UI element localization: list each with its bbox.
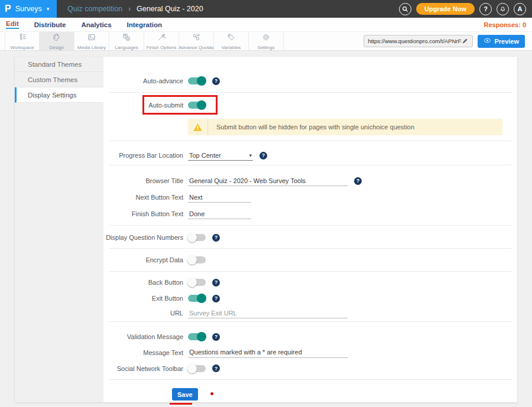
back-button-help-icon[interactable]: ? — [212, 279, 220, 286]
toolbar-item-label: Advance Quotas — [179, 45, 213, 50]
progress-bar-location-select[interactable]: Top Center ▾ — [188, 150, 253, 161]
breadcrumb-survey-name: General Quiz - 2020 — [137, 5, 203, 13]
browser-title-row: Browser Title ? — [103, 172, 517, 189]
surveys-menu[interactable]: P Surveys ▾ — [0, 0, 57, 18]
auto-submit-toggle[interactable] — [188, 102, 206, 109]
preview-button[interactable]: Preview — [478, 35, 525, 48]
toolbar-item-languages[interactable]: A Languages — [109, 32, 144, 50]
validation-message-toggle[interactable] — [188, 333, 206, 340]
annotation-underline — [170, 403, 192, 405]
auto-advance-help-icon[interactable]: ? — [212, 77, 220, 85]
design-icon — [51, 32, 62, 44]
divider — [109, 92, 511, 93]
survey-nav: Edit Distribute Analytics Integration Re… — [0, 18, 532, 31]
breadcrumb-separator: › — [128, 5, 131, 13]
toolbar-item-workspace[interactable]: Workspace — [5, 32, 40, 50]
toolbar-item-variables[interactable]: Variables — [214, 32, 249, 50]
divider — [109, 165, 511, 165]
sidebar-item-standard-themes[interactable]: Standard Themes — [15, 57, 103, 72]
workspace-icon — [17, 32, 28, 44]
upgrade-now-button[interactable]: Upgrade Now — [416, 3, 475, 15]
auto-submit-label: Auto-submit — [103, 102, 183, 109]
sidebar-item-display-settings[interactable]: Display Settings — [15, 87, 103, 103]
divider — [109, 248, 511, 249]
help-menu-icon[interactable]: ? — [479, 3, 492, 15]
toolbar-item-media-library[interactable]: Media Library — [74, 32, 109, 50]
social-network-toolbar-row: Social Network Toolbar ? — [103, 360, 517, 376]
design-panel: Standard Themes Custom Themes Display Se… — [15, 57, 517, 402]
finish-button-text-input[interactable] — [188, 209, 251, 219]
validation-message-label: Validation Message — [103, 333, 183, 340]
auto-advance-toggle[interactable] — [188, 77, 206, 84]
sidebar-item-custom-themes[interactable]: Custom Themes — [15, 72, 103, 87]
tab-distribute[interactable]: Distribute — [34, 21, 66, 28]
auto-advance-row: Auto-advance ? — [103, 73, 517, 89]
progress-bar-help-icon[interactable]: ? — [259, 152, 267, 159]
avatar[interactable]: A — [514, 3, 526, 15]
browser-title-label: Browser Title — [103, 177, 183, 184]
search-icon[interactable] — [399, 3, 411, 15]
tab-edit[interactable]: Edit — [6, 20, 19, 29]
warning-triangle-icon — [188, 119, 208, 135]
exit-url-input[interactable] — [188, 308, 348, 318]
browser-title-help-icon[interactable]: ? — [354, 177, 362, 185]
content-area: Standard Themes Custom Themes Display Se… — [0, 51, 532, 402]
social-network-toolbar-label: Social Network Toolbar — [103, 365, 183, 372]
responses-count[interactable]: Responses: 0 — [484, 21, 526, 28]
media-library-icon — [86, 32, 97, 44]
progress-bar-location-value: Top Center — [189, 152, 221, 159]
toolbar-item-finish-options[interactable]: Finish Options — [144, 32, 179, 50]
tab-integration[interactable]: Integration — [127, 21, 162, 28]
back-button-row: Back Button ? — [103, 274, 517, 291]
divider — [109, 225, 511, 226]
finish-options-icon — [156, 32, 167, 44]
top-bar: P Surveys ▾ Quiz competition › General Q… — [0, 0, 532, 18]
message-text-input[interactable] — [188, 347, 348, 358]
preview-label: Preview — [494, 38, 519, 45]
breadcrumb-folder[interactable]: Quiz competition — [67, 5, 122, 13]
toolbar-item-label: Languages — [115, 45, 138, 50]
save-button[interactable]: Save — [172, 388, 198, 401]
social-network-toolbar-toggle[interactable] — [188, 365, 206, 372]
auto-submit-row: Auto-submit — [103, 96, 517, 114]
survey-url-input[interactable] — [368, 38, 462, 44]
auto-advance-label: Auto-advance — [103, 77, 183, 84]
notifications-bell-icon[interactable] — [497, 3, 509, 15]
encrypt-data-row: Encrypt Data — [103, 252, 517, 268]
toolbar-item-label: Workspace — [11, 45, 34, 50]
toolbar-item-settings[interactable]: Settings — [249, 32, 284, 50]
display-question-numbers-help-icon[interactable]: ? — [212, 234, 220, 242]
display-question-numbers-label: Display Question Numbers — [103, 234, 183, 241]
toolbar-item-advance-quotas[interactable]: Advance Quotas — [179, 32, 214, 50]
back-button-label: Back Button — [103, 279, 183, 286]
display-question-numbers-toggle[interactable] — [188, 234, 206, 241]
validation-message-help-icon[interactable]: ? — [212, 333, 220, 341]
display-settings-form: Auto-advance ? Auto-submit Submit button — [103, 57, 517, 402]
finish-button-text-label: Finish Button Text — [103, 210, 183, 217]
validation-message-row: Validation Message ? — [103, 329, 517, 344]
tab-analytics[interactable]: Analytics — [81, 21, 111, 28]
questionpro-logo-icon: P — [5, 4, 11, 14]
exit-button-toggle[interactable] — [188, 295, 206, 302]
toolbar-item-label: Settings — [258, 45, 275, 50]
encrypt-data-toggle[interactable] — [188, 256, 206, 263]
message-text-row: Message Text — [103, 344, 517, 360]
divider — [109, 379, 511, 380]
chevron-down-icon: ▾ — [47, 6, 50, 12]
exit-url-row: URL — [103, 306, 517, 320]
encrypt-data-label: Encrypt Data — [103, 256, 183, 263]
social-network-toolbar-help-icon[interactable]: ? — [212, 364, 220, 372]
exit-button-help-icon[interactable]: ? — [212, 295, 220, 302]
edit-toolbar: Workspace Design Media Library A Languag… — [0, 31, 532, 51]
browser-title-input[interactable] — [188, 175, 348, 186]
breadcrumb: Quiz competition › General Quiz - 2020 — [67, 0, 203, 18]
progress-bar-row: Progress Bar Location Top Center ▾ ? — [103, 147, 517, 164]
edit-pencil-icon[interactable] — [462, 36, 469, 47]
toolbar-item-label: Variables — [222, 45, 241, 50]
svg-text:A: A — [127, 37, 129, 40]
back-button-toggle[interactable] — [188, 279, 206, 286]
advance-quotas-icon — [191, 32, 202, 44]
toolbar-item-design[interactable]: Design — [40, 32, 74, 50]
auto-submit-warning: Submit button will be hidden for pages w… — [188, 119, 502, 135]
next-button-text-input[interactable] — [188, 192, 251, 203]
